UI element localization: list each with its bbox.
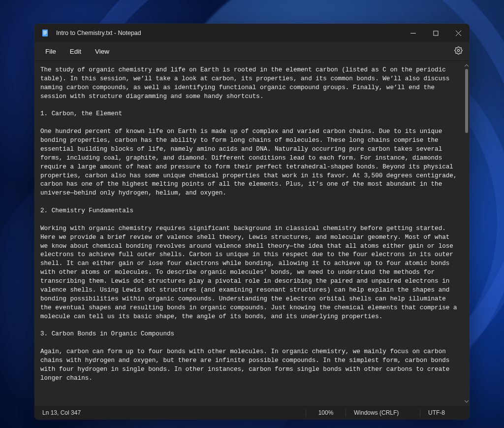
text-editor[interactable]: The study of organic chemistry and life … [34,61,463,406]
maximize-button[interactable] [424,24,447,42]
window-controls [402,24,470,42]
status-line-ending: Windows (CRLF) [346,406,420,420]
svg-rect-2 [43,32,47,33]
scroll-down-arrow-icon[interactable] [463,398,470,405]
menu-view[interactable]: View [88,45,116,58]
scroll-thumb[interactable] [465,69,468,133]
svg-rect-3 [43,33,47,33]
minimize-button[interactable] [402,24,424,42]
status-encoding: UTF-8 [420,406,470,420]
titlebar[interactable]: Intro to Chemistry.txt - Notepad [34,24,470,42]
status-cursor-position: Ln 13, Col 347 [34,406,143,420]
svg-point-9 [457,49,459,51]
menu-file[interactable]: File [38,45,63,58]
svg-rect-1 [43,31,47,32]
notepad-window: Intro to Chemistry.txt - Notepad File Ed… [34,24,470,420]
editor-area: The study of organic chemistry and life … [34,61,470,406]
close-button[interactable] [447,24,470,42]
notepad-app-icon [41,29,49,37]
svg-rect-4 [43,34,46,34]
window-title: Intro to Chemistry.txt - Notepad [56,30,141,36]
svg-rect-6 [434,31,438,35]
settings-button[interactable] [450,44,467,59]
statusbar: Ln 13, Col 347 100% Windows (CRLF) UTF-8 [34,406,470,420]
status-zoom[interactable]: 100% [306,406,346,420]
menu-edit[interactable]: Edit [63,45,88,58]
scroll-up-arrow-icon[interactable] [463,62,470,69]
vertical-scrollbar[interactable] [463,61,470,406]
menubar: File Edit View [34,42,470,61]
gear-icon [454,46,463,57]
